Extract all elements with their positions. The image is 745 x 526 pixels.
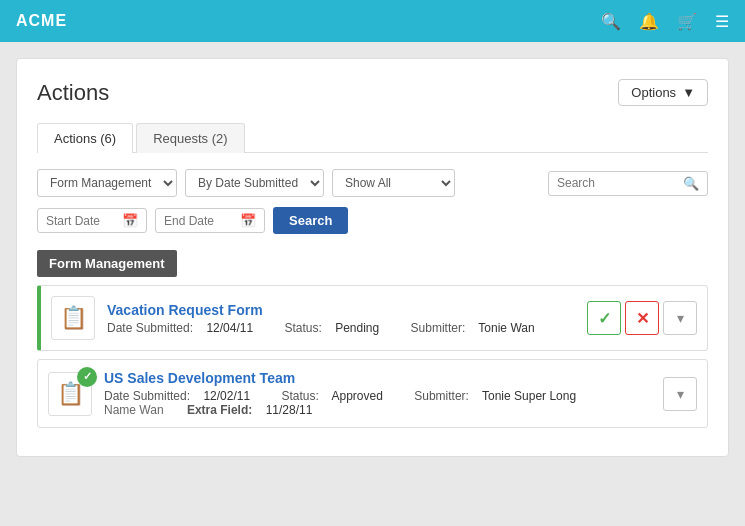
main-content: Actions Options ▼ Actions (6) Requests (… <box>0 42 745 526</box>
item-info-2: US Sales Development Team Date Submitted… <box>104 370 663 417</box>
date-label-1: Date Submitted: 12/04/11 <box>107 321 266 335</box>
submitter-label-1: Submitter: Tonie Wan <box>411 321 545 335</box>
tab-requests[interactable]: Requests (2) <box>136 123 244 153</box>
reject-icon-1: ✕ <box>636 309 649 328</box>
status-label-1: Status: Pending <box>284 321 392 335</box>
top-nav: ACME 🔍 🔔 🛒 ☰ <box>0 0 745 42</box>
end-date-wrapper: 📅 <box>155 208 265 233</box>
clipboard-icon-1: 📋 <box>60 305 87 331</box>
item-meta-extra-2: Name Wan Extra Field: 11/28/11 <box>104 403 663 417</box>
show-filter[interactable]: Show All Show Pending Show Approved <box>332 169 455 197</box>
reject-button-1[interactable]: ✕ <box>625 301 659 335</box>
status-label-2: Status: Approved <box>281 389 396 403</box>
item-meta-1: Date Submitted: 12/04/11 Status: Pending… <box>107 321 587 335</box>
chevron-down-icon-2: ▾ <box>677 386 684 402</box>
search-button[interactable]: Search <box>273 207 348 234</box>
bell-icon[interactable]: 🔔 <box>639 12 659 31</box>
start-date-wrapper: 📅 <box>37 208 147 233</box>
search-wrapper: 🔍 <box>548 171 708 196</box>
filter-row: Form Management Other By Date Submitted … <box>37 169 708 197</box>
end-date-input[interactable] <box>164 214 240 228</box>
sort-filter[interactable]: By Date Submitted By Name <box>185 169 324 197</box>
actions-card: Actions Options ▼ Actions (6) Requests (… <box>16 58 729 457</box>
nav-icons: 🔍 🔔 🛒 ☰ <box>601 12 729 31</box>
more-button-1[interactable]: ▾ <box>663 301 697 335</box>
calendar-end-icon: 📅 <box>240 213 256 228</box>
name-wan-2: Name Wan <box>104 403 164 417</box>
date-label-2: Date Submitted: 12/02/11 <box>104 389 263 403</box>
search-icon[interactable]: 🔍 <box>601 12 621 31</box>
tabs-container: Actions (6) Requests (2) <box>37 122 708 153</box>
extra-field-label-2: Extra Field: 11/28/11 <box>187 403 322 417</box>
options-button[interactable]: Options ▼ <box>618 79 708 106</box>
item-title-1[interactable]: Vacation Request Form <box>107 302 587 318</box>
approved-badge-2: ✓ <box>77 367 97 387</box>
chevron-down-icon-1: ▾ <box>677 310 684 326</box>
item-info-1: Vacation Request Form Date Submitted: 12… <box>107 302 587 335</box>
app-logo: ACME <box>16 12 67 30</box>
item-icon-1: 📋 <box>51 296 95 340</box>
card-header: Actions Options ▼ <box>37 79 708 106</box>
search-icon-inline: 🔍 <box>683 176 699 191</box>
action-item-2: 📋 ✓ US Sales Development Team Date Submi… <box>37 359 708 428</box>
item-icon-2: 📋 ✓ <box>48 372 92 416</box>
calendar-start-icon: 📅 <box>122 213 138 228</box>
item-title-2[interactable]: US Sales Development Team <box>104 370 663 386</box>
item-actions-2: ▾ <box>663 377 697 411</box>
search-input[interactable] <box>557 176 683 190</box>
options-dropdown-icon: ▼ <box>682 85 695 100</box>
submitter-label-2: Submitter: Tonie Super Long <box>414 389 586 403</box>
start-date-input[interactable] <box>46 214 122 228</box>
approve-button-1[interactable]: ✓ <box>587 301 621 335</box>
page-title: Actions <box>37 80 109 106</box>
item-meta-2: Date Submitted: 12/02/11 Status: Approve… <box>104 389 663 403</box>
approved-check-icon: ✓ <box>83 370 92 383</box>
approve-icon-1: ✓ <box>598 309 611 328</box>
more-button-2[interactable]: ▾ <box>663 377 697 411</box>
action-item-1: 📋 Vacation Request Form Date Submitted: … <box>37 285 708 351</box>
menu-icon[interactable]: ☰ <box>715 12 729 31</box>
cart-icon[interactable]: 🛒 <box>677 12 697 31</box>
tab-actions[interactable]: Actions (6) <box>37 123 133 153</box>
date-row: 📅 📅 Search <box>37 207 708 234</box>
item-actions-1: ✓ ✕ ▾ <box>587 301 697 335</box>
category-filter[interactable]: Form Management Other <box>37 169 177 197</box>
section-header: Form Management <box>37 250 177 277</box>
